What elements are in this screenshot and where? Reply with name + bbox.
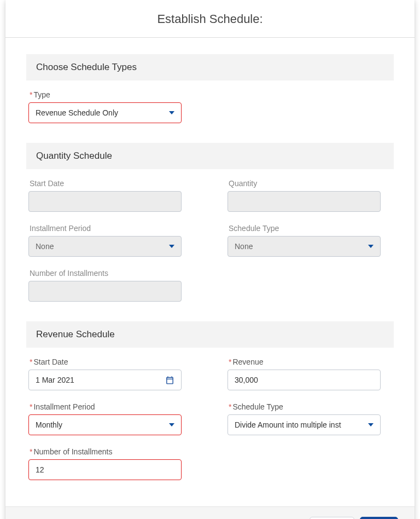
r-num-installments-label: *Number of Installments (30, 447, 195, 456)
required-asterisk: * (229, 357, 231, 366)
q-num-installments-label: Number of Installments (30, 269, 195, 278)
cancel-button[interactable]: Cancel (310, 517, 354, 519)
q-start-date-input[interactable] (28, 191, 182, 212)
r-start-date-label: *Start Date (30, 357, 195, 366)
field-q-quantity: Quantity (228, 179, 394, 212)
q-schedule-type-select[interactable]: None (228, 236, 381, 257)
q-schedule-type-label: Schedule Type (229, 224, 394, 233)
type-label: *Type (30, 90, 394, 99)
type-select[interactable]: Revenue Schedule Only (28, 102, 182, 123)
required-asterisk: * (30, 90, 32, 99)
chevron-down-icon (368, 245, 374, 248)
section-choose-types-title: Choose Schedule Types (26, 54, 394, 80)
field-r-num-installments: *Number of Installments 12 (28, 447, 195, 480)
r-start-date-input[interactable]: 1 Mar 2021 (28, 370, 182, 390)
q-install-period-label: Installment Period (30, 224, 195, 233)
r-revenue-input[interactable]: 30,000 (228, 370, 381, 390)
field-q-schedule-type: Schedule Type None (228, 224, 394, 257)
r-install-period-label: *Installment Period (30, 402, 195, 411)
chevron-down-icon (368, 423, 374, 426)
q-install-period-select[interactable]: None (28, 236, 182, 257)
required-asterisk: * (30, 447, 32, 456)
field-q-start-date: Start Date (28, 179, 195, 212)
field-r-revenue: *Revenue 30,000 (228, 357, 394, 390)
field-r-install-period: *Installment Period Monthly (28, 402, 195, 435)
type-select-value: Revenue Schedule Only (36, 108, 118, 117)
modal-title: Establish Schedule: (5, 0, 415, 38)
r-num-installments-input[interactable]: 12 (28, 459, 182, 480)
chevron-down-icon (169, 111, 174, 114)
chevron-down-icon (169, 423, 174, 426)
save-button[interactable]: Save (360, 517, 398, 519)
modal-footer: Cancel Save (5, 506, 415, 519)
section-quantity-title: Quantity Schedule (26, 143, 394, 169)
r-schedule-type-label: *Schedule Type (229, 402, 394, 411)
field-q-install-period: Installment Period None (28, 224, 195, 257)
q-quantity-label: Quantity (229, 179, 394, 188)
section-revenue-title: Revenue Schedule (26, 321, 394, 348)
field-type: *Type Revenue Schedule Only (26, 90, 394, 123)
r-install-period-select[interactable]: Monthly (28, 414, 182, 435)
chevron-down-icon (169, 245, 174, 248)
required-asterisk: * (30, 402, 32, 411)
field-r-start-date: *Start Date 1 Mar 2021 (28, 357, 195, 390)
field-r-schedule-type: *Schedule Type Divide Amount into multip… (228, 402, 394, 435)
modal-body: Choose Schedule Types *Type Revenue Sche… (5, 38, 415, 506)
establish-schedule-modal: Establish Schedule: Choose Schedule Type… (5, 0, 415, 519)
q-start-date-label: Start Date (30, 179, 195, 188)
required-asterisk: * (229, 402, 231, 411)
q-num-installments-input[interactable] (28, 281, 182, 302)
q-quantity-input[interactable] (228, 191, 381, 212)
field-q-num-installments: Number of Installments (28, 269, 195, 302)
required-asterisk: * (30, 357, 32, 366)
r-schedule-type-select[interactable]: Divide Amount into multiple inst (228, 414, 381, 435)
calendar-icon (165, 376, 174, 385)
r-revenue-label: *Revenue (229, 357, 394, 366)
